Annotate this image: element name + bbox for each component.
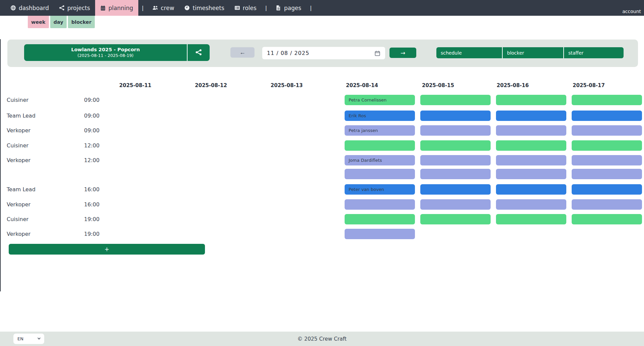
project-share-button[interactable]: [187, 44, 210, 61]
shift-bar[interactable]: [496, 140, 566, 151]
nav-item-crew[interactable]: crew: [147, 0, 179, 16]
time-label: 12:00: [84, 155, 99, 165]
shift-bar[interactable]: [496, 111, 566, 121]
calendar-icon: [374, 50, 380, 56]
grid-row: Cuisiner09:00Petra Cornelissen: [0, 95, 644, 105]
shift-bar[interactable]: [420, 155, 491, 165]
role-label: Verkoper: [7, 125, 30, 136]
nav-item-dashboard[interactable]: dashboard: [5, 0, 54, 16]
shift-bar[interactable]: Erik Ros: [345, 111, 415, 121]
time-label: 19:00: [84, 214, 99, 224]
shift-bar[interactable]: [345, 140, 415, 151]
date-header: 2025-08-14: [324, 82, 400, 88]
role-label: Verkoper: [7, 199, 30, 210]
nav-item-label: dashboard: [19, 5, 49, 11]
shift-bar[interactable]: [572, 169, 642, 179]
nav-item-projects[interactable]: projects: [54, 0, 95, 16]
shift-bar[interactable]: [572, 111, 642, 121]
shift-bar[interactable]: [572, 155, 642, 165]
date-header: 2025-08-17: [551, 82, 627, 88]
shift-bar[interactable]: [572, 95, 642, 105]
nav-item-timesheets[interactable]: timesheets: [179, 0, 229, 16]
shift-bar[interactable]: Petra Cornelissen: [345, 95, 415, 105]
time-label: 09:00: [84, 125, 99, 136]
shift-bar[interactable]: [572, 125, 642, 136]
shift-bar[interactable]: [420, 184, 491, 195]
nav-item-label: crew: [161, 5, 174, 11]
project-selector-button[interactable]: Lowlands 2025 - Popcorn (2025-08-11 - 20…: [24, 44, 187, 61]
shift-bar[interactable]: [420, 125, 491, 136]
grid-row: Team Lead09:00Erik Ros: [0, 111, 644, 121]
date-value: 11 / 08 / 2025: [267, 50, 374, 56]
shift-bar[interactable]: [496, 125, 566, 136]
footer: © 2025 Crew Craft EN: [0, 332, 644, 346]
tab-blocker[interactable]: blocker: [68, 16, 95, 28]
shift-bar[interactable]: [420, 140, 491, 151]
shift-bar[interactable]: Joma Dardiflets: [345, 155, 415, 165]
date-header: 2025-08-12: [173, 82, 249, 88]
role-label: Verkoper: [7, 229, 30, 239]
nav-separator: |: [262, 0, 271, 16]
date-header: 2025-08-13: [249, 82, 325, 88]
shift-bar[interactable]: [420, 111, 491, 121]
shift-bar[interactable]: [345, 199, 415, 210]
toolbar: Lowlands 2025 - Popcorn (2025-08-11 - 20…: [7, 40, 638, 67]
role-label: Cuisiner: [7, 214, 28, 224]
shift-bar[interactable]: [420, 169, 491, 179]
shift-bar[interactable]: [496, 95, 566, 105]
shift-bar[interactable]: [345, 169, 415, 179]
shift-bar[interactable]: [496, 169, 566, 179]
project-title: Lowlands 2025 - Popcorn: [24, 47, 187, 53]
shift-bar[interactable]: [420, 95, 491, 105]
next-week-button[interactable]: →: [389, 48, 416, 58]
grid-row: Verkoper09:00Petra janssen: [0, 125, 644, 136]
toolbar-actions: scheduleblockerstaffer: [436, 47, 624, 58]
nav-item-label: roles: [243, 5, 257, 11]
share-nodes-icon: [59, 5, 65, 11]
nav-item-pages[interactable]: pages: [271, 0, 306, 16]
shift-bar[interactable]: Petra janssen: [345, 125, 415, 136]
role-label: Team Lead: [7, 111, 35, 121]
prev-week-button[interactable]: ←: [230, 47, 255, 58]
schedule-button[interactable]: schedule: [436, 47, 502, 58]
view-tabs: weekdayblocker: [28, 16, 96, 28]
nav-item-label: pages: [284, 5, 301, 11]
time-label: 19:00: [84, 229, 99, 239]
shift-bar[interactable]: [572, 199, 642, 210]
shift-bar[interactable]: [572, 214, 642, 224]
time-label: 09:00: [84, 95, 99, 105]
shift-bar[interactable]: [496, 199, 566, 210]
shift-bar[interactable]: [496, 214, 566, 224]
shift-bar[interactable]: [572, 140, 642, 151]
shift-bar[interactable]: [420, 199, 491, 210]
shift-bar[interactable]: [420, 214, 491, 224]
shift-bar[interactable]: [496, 155, 566, 165]
page: dashboardprojectsplanning|crewtimesheets…: [0, 0, 644, 346]
staffer-button[interactable]: staffer: [563, 47, 624, 58]
navbar: dashboardprojectsplanning|crewtimesheets…: [0, 0, 644, 16]
role-label: Verkoper: [7, 155, 30, 165]
shift-bar[interactable]: [345, 229, 415, 239]
file-icon: [276, 5, 281, 11]
nav-item-label: planning: [109, 5, 133, 11]
add-row-button[interactable]: +: [9, 244, 205, 255]
shift-bar[interactable]: [572, 184, 642, 195]
blocker-button[interactable]: blocker: [502, 47, 563, 58]
tab-week[interactable]: week: [28, 16, 49, 28]
nav-separator: |: [138, 0, 147, 16]
tab-day[interactable]: day: [50, 16, 67, 28]
account-link[interactable]: account: [622, 9, 641, 14]
date-input[interactable]: 11 / 08 / 2025: [262, 47, 385, 59]
clock-icon: [184, 5, 190, 11]
shift-bar[interactable]: [345, 214, 415, 224]
nav-item-planning[interactable]: planning: [95, 0, 138, 16]
grid-row: Verkoper12:00Joma Dardiflets: [0, 155, 644, 165]
shift-bar[interactable]: [496, 184, 566, 195]
language-select[interactable]: EN: [13, 334, 44, 344]
users-icon: [152, 5, 158, 11]
nav-item-roles[interactable]: roles: [229, 0, 262, 16]
nav-item-label: projects: [67, 5, 90, 11]
shift-crew-name: Joma Dardiflets: [349, 158, 382, 163]
chevron-down-icon: [37, 336, 41, 341]
shift-bar[interactable]: Peter van boven: [345, 184, 415, 195]
